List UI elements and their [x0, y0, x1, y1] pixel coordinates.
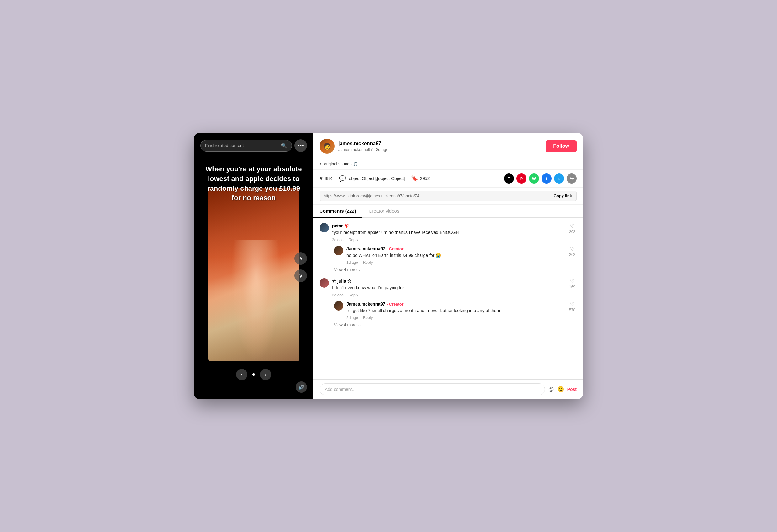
music-icon: ♪	[320, 162, 322, 166]
comment-block: ☆ julia ☆ I don't even know what I'm pay…	[320, 278, 577, 327]
post-info: james.mckenna97 James.mckenna97 · 3d ago	[338, 141, 542, 152]
comment-time: 2d ago	[332, 293, 344, 297]
reply-row: James.mckenna97 · Creator no bc WHAT on …	[334, 246, 577, 265]
share-whatsapp-button[interactable]: W	[529, 174, 539, 184]
photo-frame	[208, 188, 299, 361]
comment-input-row: @ 🙂 Post	[313, 379, 583, 399]
reply-username: James.mckenna97	[346, 302, 385, 307]
share-forward-button[interactable]: ↪	[567, 174, 577, 184]
tab-creator-videos[interactable]: Creator videos	[362, 205, 406, 217]
comment-meta: 2d ago Reply	[332, 238, 565, 242]
reply-body: James.mckenna97 · Creator fr I get like …	[346, 301, 565, 320]
creator-badge: · Creator	[386, 246, 403, 251]
bookmark-icon: 🔖	[411, 175, 418, 182]
comment-meta: 2d ago Reply	[332, 293, 565, 297]
actions-row: ♥ 88K 💬 [object Object],[object Object] …	[313, 170, 583, 188]
reply-like: ♡ 262	[568, 246, 577, 257]
commenter-username: ☆ julia ☆	[332, 279, 351, 284]
reply-button[interactable]: Reply	[349, 238, 358, 242]
more-menu-button[interactable]: •••	[295, 139, 307, 152]
comment-action[interactable]: 💬 [object Object],[object Object]	[339, 175, 405, 182]
left-panel: 🔍 ••• When you're at your absolute lowes…	[194, 133, 313, 399]
reply-time: 2d ago	[346, 316, 358, 320]
reply-time: 1d ago	[346, 260, 358, 265]
follow-button[interactable]: Follow	[546, 140, 577, 152]
copy-link-button[interactable]: Copy link	[549, 191, 577, 201]
overlay-text: When you're at your absolute lowest and …	[194, 165, 313, 203]
comment-icon: 💬	[339, 175, 346, 182]
tabs-row: Comments (222) Creator videos	[313, 205, 583, 218]
bookmark-count: 2952	[420, 176, 430, 181]
tab-comments[interactable]: Comments (222)	[313, 205, 362, 217]
comment-body: ☆ julia ☆ I don't even know what I'm pay…	[332, 278, 565, 297]
reply-block: James.mckenna97 · Creator no bc WHAT on …	[334, 246, 577, 265]
comments-area[interactable]: petar 🦞 "your receipt from apple" um no …	[313, 218, 583, 379]
sound-label: original sound - 🎵	[324, 162, 358, 166]
reply-meta: 1d ago Reply	[346, 260, 565, 265]
creator-badge: · Creator	[386, 302, 403, 307]
reply-like: ♡ 570	[568, 301, 577, 312]
share-twitter-button[interactable]: t	[554, 174, 564, 184]
reply-button[interactable]: Reply	[349, 293, 358, 297]
share-pinterest-button[interactable]: P	[517, 174, 527, 184]
author-username-sub: James.mckenna97 · 3d ago	[338, 147, 542, 152]
share-tiktok-button[interactable]: T	[504, 174, 514, 184]
commenter-username: petar 🦞	[332, 223, 349, 228]
reply-block: James.mckenna97 · Creator fr I get like …	[334, 301, 577, 320]
nav-arrows: ‹ ›	[194, 369, 313, 380]
like-button[interactable]: ♡	[570, 301, 574, 307]
right-panel: 🧑 james.mckenna97 James.mckenna97 · 3d a…	[313, 133, 583, 399]
prev-button[interactable]: ‹	[236, 369, 247, 380]
reply-avatar	[334, 301, 343, 311]
share-facebook-button[interactable]: f	[542, 174, 552, 184]
reply-meta: 2d ago Reply	[346, 316, 565, 320]
search-bar: 🔍 •••	[200, 139, 307, 152]
scroll-down-button[interactable]: ∨	[295, 270, 307, 282]
comment-like: ♡ 169	[568, 278, 577, 289]
reply-text: fr I get like 7 small charges a month an…	[346, 308, 565, 314]
nav-dot	[252, 373, 255, 376]
search-input-wrapper[interactable]: 🔍	[200, 140, 292, 151]
reply-body: James.mckenna97 · Creator no bc WHAT on …	[346, 246, 565, 265]
like-button[interactable]: ♡	[570, 246, 574, 252]
volume-button[interactable]: 🔊	[296, 382, 307, 393]
comment-block: petar 🦞 "your receipt from apple" um no …	[320, 223, 577, 272]
like-button[interactable]: ♡	[570, 278, 574, 284]
reply-button[interactable]: Reply	[363, 316, 373, 320]
link-row: https://www.tiktok.com/@james.mckenna97/…	[313, 188, 583, 205]
app-container: 🔍 ••• When you're at your absolute lowes…	[194, 133, 583, 399]
link-url: https://www.tiktok.com/@james.mckenna97/…	[320, 191, 549, 201]
comment-count: [object Object],[object Object]	[348, 176, 405, 181]
reply-text: no bc WHAT on Earth is this £4.99 charge…	[346, 252, 565, 259]
scroll-up-button[interactable]: ∧	[295, 252, 307, 265]
like-count: 169	[569, 285, 575, 289]
commenter-avatar	[320, 278, 329, 288]
comment-time: 2d ago	[332, 238, 344, 242]
like-action[interactable]: ♥ 88K	[320, 175, 333, 182]
search-icon[interactable]: 🔍	[281, 143, 287, 149]
view-more-replies[interactable]: View 4 more ⌄	[334, 267, 577, 272]
author-avatar: 🧑	[320, 139, 335, 154]
view-more-replies[interactable]: View 4 more ⌄	[334, 322, 577, 327]
comment-input[interactable]	[320, 383, 545, 395]
like-count: 262	[569, 252, 575, 257]
comment-like: ♡ 202	[568, 223, 577, 234]
sound-row: ♪ original sound - 🎵	[313, 158, 583, 170]
mention-icon[interactable]: @	[548, 386, 554, 393]
reply-button[interactable]: Reply	[363, 260, 373, 265]
emoji-icon[interactable]: 🙂	[557, 386, 564, 393]
person-photo	[208, 188, 299, 361]
author-username: james.mckenna97	[338, 141, 542, 146]
video-area: When you're at your absolute lowest and …	[194, 133, 313, 399]
commenter-avatar	[320, 223, 329, 232]
bookmark-action[interactable]: 🔖 2952	[411, 175, 430, 182]
post-comment-button[interactable]: Post	[567, 387, 577, 392]
reply-row: James.mckenna97 · Creator fr I get like …	[334, 301, 577, 320]
comment-text: "your receipt from apple" um no thanks i…	[332, 230, 565, 236]
like-count: 202	[569, 230, 575, 234]
search-input[interactable]	[205, 143, 279, 148]
comment-body: petar 🦞 "your receipt from apple" um no …	[332, 223, 565, 242]
heart-icon: ♥	[320, 175, 323, 182]
next-button[interactable]: ›	[260, 369, 271, 380]
like-button[interactable]: ♡	[570, 223, 574, 229]
